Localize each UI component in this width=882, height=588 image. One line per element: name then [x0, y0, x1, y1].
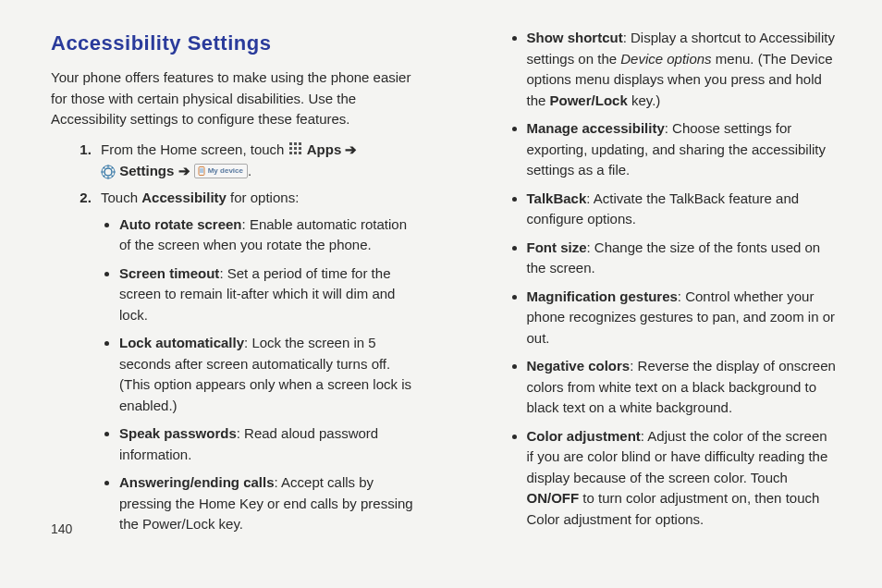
bullet-title: Auto rotate screen — [119, 216, 242, 232]
step2-suffix: for options: — [227, 190, 299, 205]
page-number: 140 — [51, 521, 72, 536]
bullet-item: Negative colors: Reverse the display of … — [527, 356, 837, 419]
bullet-title: Show shortcut — [527, 30, 623, 45]
bullet-item: Screen timeout: Set a period of time for… — [119, 263, 416, 326]
bullet-item: Show shortcut: Display a shortcut to Acc… — [527, 28, 837, 111]
bullet-italic: Device options — [620, 51, 711, 67]
right-column: Show shortcut: Display a shortcut to Acc… — [472, 28, 837, 536]
right-bullets: Show shortcut: Display a shortcut to Acc… — [472, 28, 837, 530]
intro-text: Your phone offers features to make using… — [51, 67, 416, 130]
svg-rect-4 — [294, 147, 297, 150]
step-2: Touch Accessibility for options: Auto ro… — [95, 188, 416, 535]
step2-prefix: Touch — [101, 190, 141, 205]
svg-rect-2 — [299, 142, 301, 145]
bullet-text: key.) — [628, 92, 661, 108]
manual-page: Accessibility Settings Your phone offers… — [0, 0, 882, 545]
step1-prefix: From the Home screen, touch — [101, 141, 288, 157]
svg-rect-8 — [299, 152, 301, 154]
arrow-icon: ➔ — [345, 141, 357, 157]
svg-rect-6 — [289, 152, 292, 154]
bullet-item: Lock automatically: Lock the screen in 5… — [119, 333, 416, 416]
svg-line-17 — [104, 175, 105, 177]
bullet-title: Screen timeout — [119, 265, 219, 281]
bullet-title: Speak passwords — [119, 425, 237, 441]
bullet-item: Font size: Change the size of the fonts … — [527, 238, 837, 279]
bullet-title: Magnification gestures — [527, 288, 678, 304]
svg-rect-5 — [299, 147, 301, 150]
svg-line-15 — [104, 166, 105, 168]
svg-line-16 — [112, 175, 114, 177]
bullet-title: Negative colors — [527, 358, 631, 374]
bullet-item: Color adjustment: Adjust the color of th… — [527, 426, 837, 531]
svg-line-18 — [112, 166, 114, 168]
bullet-title: Color adjustment — [527, 428, 641, 444]
step2-bold: Accessibility — [141, 190, 227, 205]
bullet-item: Answering/ending calls: Accept calls by … — [119, 472, 416, 535]
svg-rect-0 — [289, 142, 292, 145]
step-1: From the Home screen, touch Apps ➔ — [95, 140, 416, 183]
settings-label: Settings — [119, 163, 174, 178]
bullet-title: Manage accessibility — [527, 120, 665, 136]
bullet-title: Lock automatically — [119, 335, 244, 350]
bullet-item: TalkBack: Activate the TalkBack feature … — [527, 189, 837, 230]
step1-suffix: . — [248, 163, 251, 178]
svg-point-10 — [104, 168, 112, 176]
bullet-item: Magnification gestures: Control whether … — [527, 287, 837, 349]
bullet-title: TalkBack — [527, 190, 587, 206]
my-device-icon: My device — [194, 164, 248, 178]
svg-rect-3 — [289, 147, 292, 150]
svg-rect-20 — [200, 168, 203, 173]
apps-icon — [288, 140, 303, 161]
left-column: Accessibility Settings Your phone offers… — [51, 28, 416, 536]
apps-label: Apps — [307, 141, 342, 157]
svg-rect-7 — [294, 152, 297, 154]
svg-rect-1 — [294, 142, 297, 145]
bullet-item: Speak passwords: Read aloud password inf… — [119, 423, 416, 465]
settings-icon — [101, 162, 116, 183]
my-device-label: My device — [208, 165, 243, 177]
bullet-bold: Power/Lock — [550, 92, 628, 108]
bullet-title: Answering/ending calls — [119, 474, 275, 490]
bullet-item: Auto rotate screen: Enable automatic rot… — [119, 214, 416, 256]
section-heading: Accessibility Settings — [51, 28, 416, 58]
bullet-title: Font size — [527, 239, 587, 255]
steps-list: From the Home screen, touch Apps ➔ — [51, 140, 416, 535]
arrow-icon: ➔ — [178, 163, 190, 178]
bullet-bold: ON/OFF — [527, 490, 580, 506]
left-bullets: Auto rotate screen: Enable automatic rot… — [101, 214, 416, 535]
bullet-item: Manage accessibility: Choose settings fo… — [527, 118, 837, 181]
